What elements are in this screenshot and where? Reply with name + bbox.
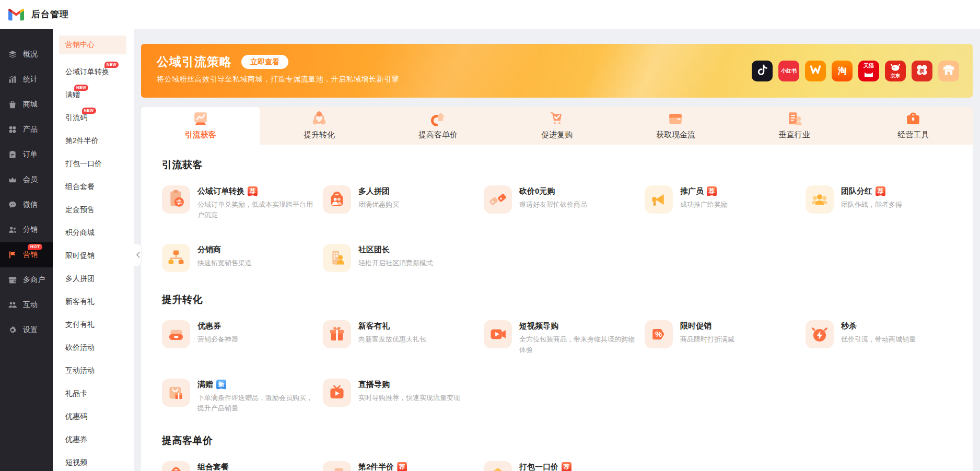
- new-badge: NEW: [74, 85, 88, 91]
- sidebar-item-stats[interactable]: 统计: [0, 67, 53, 92]
- sidebar-item-label: 产品: [23, 125, 38, 134]
- card-bargain-zero[interactable]: 砍价0元购邀请好友帮忙砍价商品: [484, 185, 635, 220]
- subnav-item-label: 营销中心: [65, 40, 95, 50]
- card-desc: 全方位包装商品，带来身临其境的购物体验: [519, 334, 635, 355]
- card-promoter[interactable]: 推广员荐成功推广给奖励: [645, 185, 796, 220]
- card-title: 优惠券: [197, 321, 221, 331]
- card-full-gift[interactable]: 满赠新下单满条件即送赠品，激励会员购买，提升产品销量: [162, 379, 313, 413]
- card-desc: 低价引流，带动商城销量: [841, 334, 916, 345]
- card-grid: 公域订单转换荐公域订单兑奖励，低成本实现跨平台用户沉淀多人拼团团满优惠购买砍价0…: [162, 185, 957, 272]
- card-title: 组合套餐: [197, 462, 229, 471]
- promoter-megaphone-icon: [645, 185, 673, 214]
- subnav-item-package-fixed-price[interactable]: 打包一口价: [53, 152, 134, 175]
- card-combo-package[interactable]: 组合套餐关联商品组合销售: [162, 461, 313, 471]
- section-title: 提高客单价: [162, 434, 957, 448]
- card-short-video[interactable]: 短视频导购全方位包装商品，带来身临其境的购物体验: [484, 320, 635, 355]
- subnav-item-coupon[interactable]: 优惠券: [53, 428, 134, 451]
- subnav-item-traffic-code[interactable]: 引流码NEW: [53, 107, 134, 129]
- subnav-item-label: 多人拼团: [65, 274, 95, 284]
- subnav-item-label: 优惠券: [65, 435, 87, 444]
- subnav-item-label: 优惠码: [65, 412, 87, 421]
- subnav-item-combo-package[interactable]: 组合套餐: [53, 175, 134, 198]
- card-title: 秒杀: [841, 321, 857, 331]
- sidebar-collapse-handle[interactable]: [134, 243, 142, 266]
- sidebar-item-interaction[interactable]: 互动: [0, 292, 53, 317]
- subnav-item-deposit-presale[interactable]: 定金预售: [53, 198, 134, 221]
- subnav-item-coupon-code[interactable]: 优惠码: [53, 405, 134, 428]
- card-seckill[interactable]: 秒杀低价引流，带动商城销量: [806, 320, 957, 355]
- card-group-buying[interactable]: 多人拼团团满优惠购买: [323, 185, 474, 220]
- card-desc: 实时导购推荐，快速实现流量变现: [358, 393, 460, 403]
- subnav-item-short-video[interactable]: 短视频: [53, 451, 134, 471]
- recommend-badge: 荐: [876, 186, 885, 196]
- subnav-item-flash-promotion[interactable]: 限时促销: [53, 244, 134, 267]
- card-live-shopping[interactable]: 直播导购实时导购推荐，快速实现流量变现: [323, 379, 474, 413]
- settings-gear-icon: [8, 325, 17, 335]
- subnav-item-bargain-activity[interactable]: 砍价活动: [53, 336, 134, 359]
- subnav-item-new-customer-gift[interactable]: 新客有礼: [53, 290, 134, 313]
- new-badge: NEW: [104, 62, 119, 68]
- tab-convert[interactable]: 提升转化: [260, 107, 378, 145]
- card-team-bonus[interactable]: 团队分红荐团队作战，能者多得: [806, 185, 957, 220]
- subnav-item-interactive-activity[interactable]: 互动活动: [53, 359, 134, 382]
- tab-acquire-icon: [190, 109, 211, 129]
- tab-repurchase[interactable]: 促进复购: [497, 107, 616, 145]
- sidebar-item-orders[interactable]: 订单: [0, 142, 53, 167]
- subnav-item-marketing-center[interactable]: 营销中心: [59, 36, 126, 54]
- card-new-customer[interactable]: 新客有礼向新客发放优惠大礼包: [323, 320, 474, 355]
- top-header: 后台管理: [0, 0, 980, 29]
- group-buy-icon: [323, 185, 351, 214]
- card-distributor[interactable]: 分销商快速拓宽销售渠道: [162, 244, 313, 272]
- sidebar-item-distribution[interactable]: 分销: [0, 217, 53, 242]
- card-desc: 向新客发放优惠大礼包: [358, 334, 426, 345]
- half-price-icon: %: [323, 461, 351, 471]
- card-second-half[interactable]: %第2件半价荐再买1件立享优惠，刺激客户下单，提升商品销量: [323, 461, 474, 471]
- sidebar-item-members[interactable]: 会员: [0, 167, 53, 192]
- card-community-leader[interactable]: 社区团长轻松开启社区消费新模式: [323, 244, 474, 272]
- card-package-price[interactable]: N打包一口价荐一口价随心选，有效提升客单价: [484, 461, 635, 471]
- sidebar-item-mall[interactable]: 商城: [0, 92, 53, 117]
- subnav-item-gift-card[interactable]: 礼品卡: [53, 382, 134, 405]
- card-flash-promo[interactable]: %限时促销商品限时打折满减: [645, 320, 796, 355]
- tab-cashflow[interactable]: 获取现金流: [616, 107, 735, 145]
- multi-merchant-store-icon: [8, 275, 17, 285]
- promo-banner[interactable]: 公域引流策略 立即查看 将公域粉丝高效引导至私域商城，打造专属流量池，开启私域增…: [141, 44, 973, 98]
- card-desc: 成功推广给奖励: [680, 199, 728, 210]
- sidebar-item-marketing[interactable]: 营销HOT: [0, 242, 53, 267]
- card-title: 多人拼团: [358, 186, 390, 196]
- subnav-item-full-gift[interactable]: 满赠NEW: [53, 84, 134, 107]
- subnav-item-second-item-half[interactable]: 第2件半价: [53, 129, 134, 152]
- tab-vertical-icon: [784, 109, 805, 129]
- card-title: 限时促销: [680, 321, 711, 331]
- distribution-people-icon: [8, 225, 17, 234]
- sidebar-item-wechat[interactable]: 微信: [0, 192, 53, 217]
- tab-unit-price-icon: [428, 109, 449, 129]
- tab-vertical[interactable]: 垂直行业: [735, 107, 854, 145]
- sidebar-item-label: 订单: [23, 150, 38, 159]
- subnav-item-points-mall[interactable]: 积分商城: [53, 221, 134, 244]
- feature-content: 引流获客公域订单转换荐公域订单兑奖励，低成本实现跨平台用户沉淀多人拼团团满优惠购…: [141, 145, 973, 471]
- subnav-item-group-buying[interactable]: 多人拼团: [53, 267, 134, 290]
- subnav-item-label: 满赠: [65, 90, 80, 100]
- sidebar-item-products[interactable]: 产品: [0, 117, 53, 142]
- sidebar-item-label: 分销: [23, 225, 38, 234]
- tab-tools[interactable]: 经营工具: [854, 107, 973, 145]
- subnav-item-public-order-convert[interactable]: 公域订单转换NEW: [53, 61, 134, 84]
- card-title: 公域订单转换: [197, 186, 244, 196]
- main-area: 公域引流策略 立即查看 将公域粉丝高效引导至私域商城，打造专属流量池，开启私域增…: [134, 29, 980, 471]
- card-public-order-convert[interactable]: 公域订单转换荐公域订单兑奖励，低成本实现跨平台用户沉淀: [162, 185, 313, 220]
- tab-unit-price[interactable]: 提高客单价: [379, 107, 497, 145]
- community-leader-icon: [323, 244, 351, 272]
- sidebar-item-overview[interactable]: 概况: [0, 42, 53, 67]
- sidebar-item-settings[interactable]: 设置: [0, 317, 53, 343]
- recommend-badge: 荐: [707, 186, 717, 196]
- subnav-item-payment-gift[interactable]: 支付有礼: [53, 313, 134, 336]
- subnav-item-label: 限时促销: [65, 251, 95, 261]
- douyin-icon: [752, 61, 773, 81]
- sidebar-item-multi-merchant[interactable]: 多商户: [0, 267, 53, 292]
- view-now-button[interactable]: 立即查看: [241, 55, 288, 69]
- hot-badge: HOT: [28, 244, 42, 250]
- card-coupon[interactable]: 优惠券营销必备神器: [162, 320, 313, 355]
- sidebar-item-label: 设置: [23, 325, 38, 335]
- tab-acquire[interactable]: 引流获客: [141, 107, 260, 145]
